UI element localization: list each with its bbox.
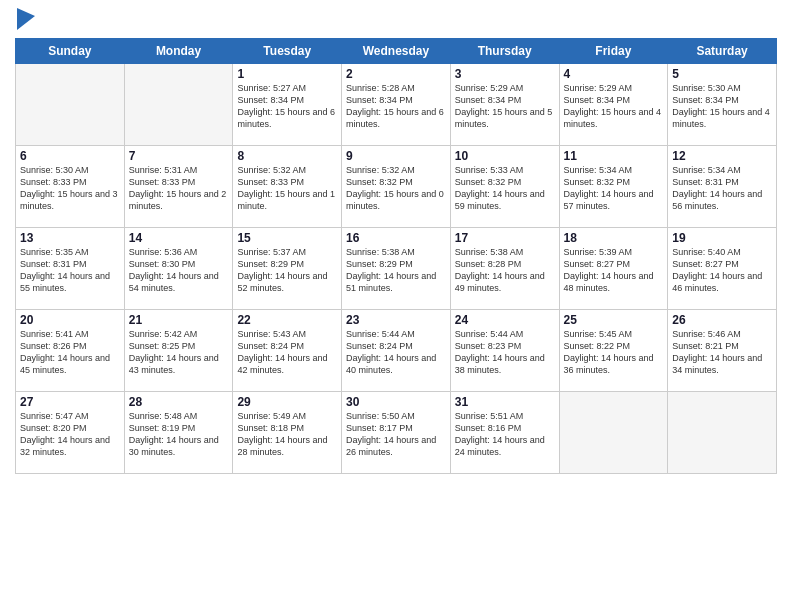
day-number: 11 [564, 149, 664, 163]
calendar-day-cell: 7Sunrise: 5:31 AM Sunset: 8:33 PM Daylig… [124, 146, 233, 228]
calendar-day-cell: 28Sunrise: 5:48 AM Sunset: 8:19 PM Dayli… [124, 392, 233, 474]
logo-icon [17, 8, 35, 30]
calendar-week-row: 6Sunrise: 5:30 AM Sunset: 8:33 PM Daylig… [16, 146, 777, 228]
day-number: 14 [129, 231, 229, 245]
calendar-week-row: 20Sunrise: 5:41 AM Sunset: 8:26 PM Dayli… [16, 310, 777, 392]
day-info: Sunrise: 5:30 AM Sunset: 8:34 PM Dayligh… [672, 82, 772, 131]
day-info: Sunrise: 5:51 AM Sunset: 8:16 PM Dayligh… [455, 410, 555, 459]
calendar-day-cell: 6Sunrise: 5:30 AM Sunset: 8:33 PM Daylig… [16, 146, 125, 228]
calendar-day-cell: 23Sunrise: 5:44 AM Sunset: 8:24 PM Dayli… [342, 310, 451, 392]
calendar-week-row: 27Sunrise: 5:47 AM Sunset: 8:20 PM Dayli… [16, 392, 777, 474]
calendar-day-cell: 17Sunrise: 5:38 AM Sunset: 8:28 PM Dayli… [450, 228, 559, 310]
day-number: 6 [20, 149, 120, 163]
calendar-day-cell: 29Sunrise: 5:49 AM Sunset: 8:18 PM Dayli… [233, 392, 342, 474]
col-monday: Monday [124, 39, 233, 64]
day-info: Sunrise: 5:38 AM Sunset: 8:28 PM Dayligh… [455, 246, 555, 295]
day-number: 29 [237, 395, 337, 409]
day-number: 8 [237, 149, 337, 163]
calendar-day-cell: 31Sunrise: 5:51 AM Sunset: 8:16 PM Dayli… [450, 392, 559, 474]
day-info: Sunrise: 5:29 AM Sunset: 8:34 PM Dayligh… [455, 82, 555, 131]
day-number: 17 [455, 231, 555, 245]
day-number: 7 [129, 149, 229, 163]
day-info: Sunrise: 5:37 AM Sunset: 8:29 PM Dayligh… [237, 246, 337, 295]
day-info: Sunrise: 5:47 AM Sunset: 8:20 PM Dayligh… [20, 410, 120, 459]
col-saturday: Saturday [668, 39, 777, 64]
page: Sunday Monday Tuesday Wednesday Thursday… [0, 0, 792, 612]
day-number: 20 [20, 313, 120, 327]
col-wednesday: Wednesday [342, 39, 451, 64]
day-info: Sunrise: 5:31 AM Sunset: 8:33 PM Dayligh… [129, 164, 229, 213]
day-number: 9 [346, 149, 446, 163]
calendar-day-cell: 26Sunrise: 5:46 AM Sunset: 8:21 PM Dayli… [668, 310, 777, 392]
day-info: Sunrise: 5:29 AM Sunset: 8:34 PM Dayligh… [564, 82, 664, 131]
col-sunday: Sunday [16, 39, 125, 64]
day-number: 25 [564, 313, 664, 327]
day-number: 2 [346, 67, 446, 81]
day-info: Sunrise: 5:38 AM Sunset: 8:29 PM Dayligh… [346, 246, 446, 295]
day-number: 27 [20, 395, 120, 409]
calendar-day-cell: 10Sunrise: 5:33 AM Sunset: 8:32 PM Dayli… [450, 146, 559, 228]
day-info: Sunrise: 5:34 AM Sunset: 8:31 PM Dayligh… [672, 164, 772, 213]
day-number: 3 [455, 67, 555, 81]
calendar-day-cell: 18Sunrise: 5:39 AM Sunset: 8:27 PM Dayli… [559, 228, 668, 310]
calendar-day-cell: 1Sunrise: 5:27 AM Sunset: 8:34 PM Daylig… [233, 64, 342, 146]
day-info: Sunrise: 5:44 AM Sunset: 8:23 PM Dayligh… [455, 328, 555, 377]
calendar-day-cell: 16Sunrise: 5:38 AM Sunset: 8:29 PM Dayli… [342, 228, 451, 310]
day-number: 5 [672, 67, 772, 81]
calendar-day-cell [668, 392, 777, 474]
calendar-day-cell: 5Sunrise: 5:30 AM Sunset: 8:34 PM Daylig… [668, 64, 777, 146]
calendar-day-cell: 30Sunrise: 5:50 AM Sunset: 8:17 PM Dayli… [342, 392, 451, 474]
calendar: Sunday Monday Tuesday Wednesday Thursday… [15, 38, 777, 474]
logo [15, 10, 35, 30]
day-number: 1 [237, 67, 337, 81]
logo-text [15, 10, 35, 30]
day-info: Sunrise: 5:27 AM Sunset: 8:34 PM Dayligh… [237, 82, 337, 131]
day-info: Sunrise: 5:32 AM Sunset: 8:33 PM Dayligh… [237, 164, 337, 213]
day-info: Sunrise: 5:39 AM Sunset: 8:27 PM Dayligh… [564, 246, 664, 295]
calendar-day-cell: 21Sunrise: 5:42 AM Sunset: 8:25 PM Dayli… [124, 310, 233, 392]
day-info: Sunrise: 5:36 AM Sunset: 8:30 PM Dayligh… [129, 246, 229, 295]
col-thursday: Thursday [450, 39, 559, 64]
day-number: 15 [237, 231, 337, 245]
calendar-day-cell [124, 64, 233, 146]
col-friday: Friday [559, 39, 668, 64]
calendar-day-cell: 4Sunrise: 5:29 AM Sunset: 8:34 PM Daylig… [559, 64, 668, 146]
day-number: 4 [564, 67, 664, 81]
day-info: Sunrise: 5:32 AM Sunset: 8:32 PM Dayligh… [346, 164, 446, 213]
day-info: Sunrise: 5:46 AM Sunset: 8:21 PM Dayligh… [672, 328, 772, 377]
day-info: Sunrise: 5:40 AM Sunset: 8:27 PM Dayligh… [672, 246, 772, 295]
calendar-week-row: 1Sunrise: 5:27 AM Sunset: 8:34 PM Daylig… [16, 64, 777, 146]
calendar-day-cell: 19Sunrise: 5:40 AM Sunset: 8:27 PM Dayli… [668, 228, 777, 310]
day-number: 26 [672, 313, 772, 327]
day-info: Sunrise: 5:41 AM Sunset: 8:26 PM Dayligh… [20, 328, 120, 377]
day-number: 19 [672, 231, 772, 245]
day-number: 31 [455, 395, 555, 409]
col-tuesday: Tuesday [233, 39, 342, 64]
day-info: Sunrise: 5:30 AM Sunset: 8:33 PM Dayligh… [20, 164, 120, 213]
day-number: 16 [346, 231, 446, 245]
calendar-day-cell: 15Sunrise: 5:37 AM Sunset: 8:29 PM Dayli… [233, 228, 342, 310]
calendar-day-cell: 20Sunrise: 5:41 AM Sunset: 8:26 PM Dayli… [16, 310, 125, 392]
day-number: 13 [20, 231, 120, 245]
day-info: Sunrise: 5:43 AM Sunset: 8:24 PM Dayligh… [237, 328, 337, 377]
calendar-day-cell [559, 392, 668, 474]
weekday-header-row: Sunday Monday Tuesday Wednesday Thursday… [16, 39, 777, 64]
day-info: Sunrise: 5:33 AM Sunset: 8:32 PM Dayligh… [455, 164, 555, 213]
calendar-day-cell: 2Sunrise: 5:28 AM Sunset: 8:34 PM Daylig… [342, 64, 451, 146]
day-number: 21 [129, 313, 229, 327]
calendar-day-cell: 9Sunrise: 5:32 AM Sunset: 8:32 PM Daylig… [342, 146, 451, 228]
day-info: Sunrise: 5:42 AM Sunset: 8:25 PM Dayligh… [129, 328, 229, 377]
day-number: 28 [129, 395, 229, 409]
day-info: Sunrise: 5:35 AM Sunset: 8:31 PM Dayligh… [20, 246, 120, 295]
calendar-day-cell: 11Sunrise: 5:34 AM Sunset: 8:32 PM Dayli… [559, 146, 668, 228]
day-info: Sunrise: 5:45 AM Sunset: 8:22 PM Dayligh… [564, 328, 664, 377]
calendar-day-cell: 22Sunrise: 5:43 AM Sunset: 8:24 PM Dayli… [233, 310, 342, 392]
day-info: Sunrise: 5:48 AM Sunset: 8:19 PM Dayligh… [129, 410, 229, 459]
calendar-day-cell: 8Sunrise: 5:32 AM Sunset: 8:33 PM Daylig… [233, 146, 342, 228]
calendar-day-cell: 24Sunrise: 5:44 AM Sunset: 8:23 PM Dayli… [450, 310, 559, 392]
day-info: Sunrise: 5:50 AM Sunset: 8:17 PM Dayligh… [346, 410, 446, 459]
day-info: Sunrise: 5:34 AM Sunset: 8:32 PM Dayligh… [564, 164, 664, 213]
day-info: Sunrise: 5:28 AM Sunset: 8:34 PM Dayligh… [346, 82, 446, 131]
calendar-day-cell: 27Sunrise: 5:47 AM Sunset: 8:20 PM Dayli… [16, 392, 125, 474]
calendar-day-cell: 14Sunrise: 5:36 AM Sunset: 8:30 PM Dayli… [124, 228, 233, 310]
